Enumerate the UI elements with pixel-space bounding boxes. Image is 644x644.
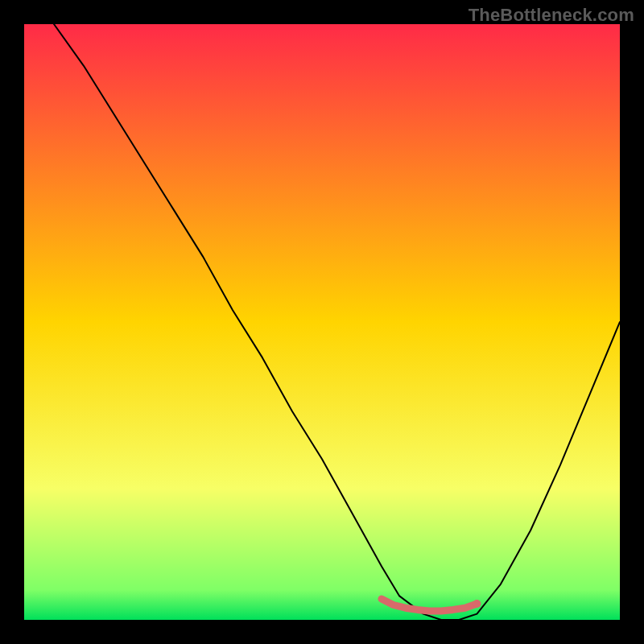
- chart-container: TheBottleneck.com: [0, 0, 644, 644]
- svg-point-1: [473, 600, 481, 608]
- bottleneck-chart: [24, 24, 620, 620]
- watermark-text: TheBottleneck.com: [469, 5, 634, 26]
